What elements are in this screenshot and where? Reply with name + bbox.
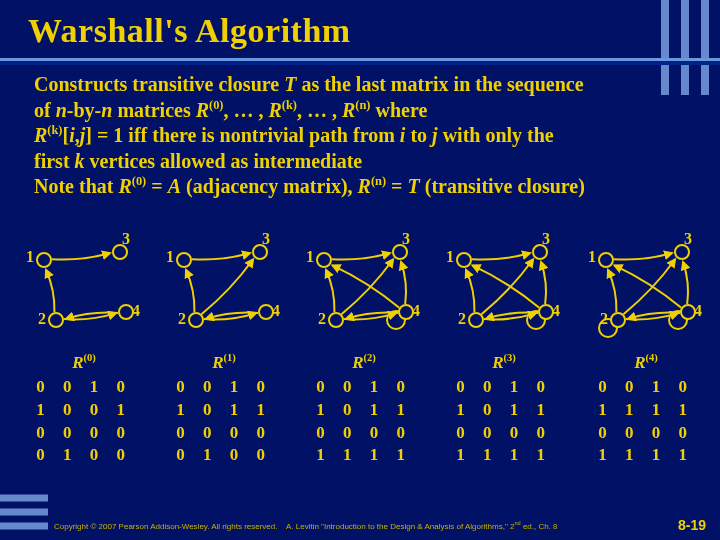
graph-R(4): 1234 <box>582 232 712 342</box>
svg-point-28 <box>681 305 695 319</box>
graph-R(3): 1234 <box>440 232 570 342</box>
svg-point-9 <box>177 253 191 267</box>
graph-R(0): 1234 <box>20 232 150 342</box>
page-number: 8-19 <box>678 517 706 533</box>
matrix-R(1): R(1) 0 0 1 0 1 0 1 1 0 0 0 0 0 1 0 0 <box>160 352 288 467</box>
graph-R(2): 1234 <box>300 232 430 342</box>
svg-point-17 <box>399 305 413 319</box>
svg-rect-3 <box>0 58 720 61</box>
main-text: Constructs transitive closure T as the l… <box>0 54 720 200</box>
graph-R(1): 1234 <box>160 232 290 342</box>
page-title: Warshall's Algorithm <box>0 0 720 54</box>
matrix-R(4): R(4) 0 0 1 0 1 1 1 1 0 0 0 0 1 1 1 1 <box>582 352 710 467</box>
matrix-R(0): R(0) 0 0 1 0 1 0 0 1 0 0 0 0 0 1 0 0 <box>20 352 148 467</box>
title-underline <box>0 58 720 65</box>
svg-point-26 <box>611 313 625 327</box>
svg-point-12 <box>259 305 273 319</box>
svg-point-6 <box>49 313 63 327</box>
svg-point-25 <box>599 253 613 267</box>
svg-point-8 <box>119 305 133 319</box>
svg-point-20 <box>469 313 483 327</box>
svg-rect-4 <box>0 61 720 65</box>
svg-point-10 <box>189 313 203 327</box>
svg-point-15 <box>329 313 343 327</box>
matrix-R(3): R(3) 0 0 1 0 1 0 1 1 0 0 0 0 1 1 1 1 <box>440 352 568 467</box>
svg-point-22 <box>539 305 553 319</box>
svg-point-19 <box>457 253 471 267</box>
svg-point-5 <box>37 253 51 267</box>
diagrams-row: 1234 1234 1234 1234 1234 <box>10 232 710 342</box>
footer: Copyright © 2007 Pearson Addison-Wesley.… <box>54 520 558 531</box>
svg-point-14 <box>317 253 331 267</box>
decor-bottom-left <box>0 488 48 540</box>
matrix-R(2): R(2) 0 0 1 0 1 0 1 1 0 0 0 0 1 1 1 1 <box>300 352 428 467</box>
